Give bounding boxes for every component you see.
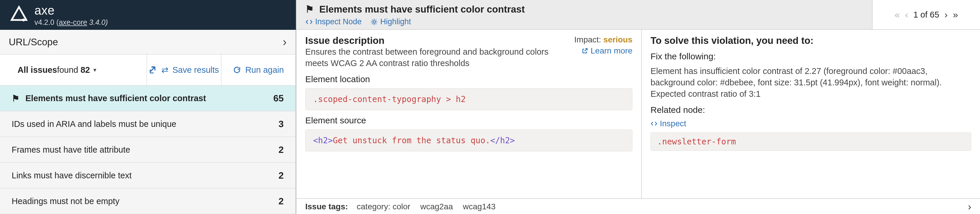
inspect-link[interactable]: Inspect (651, 119, 971, 128)
url-scope-toggle[interactable]: URL/Scope › (0, 30, 296, 55)
pagination-text: 1 of 65 (913, 10, 939, 19)
detail-title: Elements must have sufficient color cont… (319, 4, 525, 15)
svg-point-2 (373, 21, 375, 23)
issue-tag[interactable]: wcag2aa (420, 202, 453, 211)
first-page-button[interactable]: « (894, 10, 900, 20)
related-node-label: Related node: (651, 105, 971, 115)
svg-point-1 (22, 19, 25, 22)
issue-tag[interactable]: wcag143 (463, 202, 496, 211)
issue-title: IDs used in ARIA and labels must be uniq… (12, 119, 278, 129)
svg-marker-0 (12, 7, 26, 20)
element-source-heading: Element source (305, 115, 632, 125)
issue-tags-label: Issue tags: (305, 202, 348, 211)
issue-row[interactable]: IDs used in ARIA and labels must be uniq… (0, 112, 295, 137)
inspect-node-button[interactable]: Inspect Node (305, 17, 361, 26)
issue-description-heading: Issue description (305, 35, 563, 46)
detail-header: ⚑ Elements must have sufficient color co… (296, 0, 980, 30)
issue-tags-bar: Issue tags: category: colorwcag2aawcag14… (296, 198, 980, 214)
element-source-code: <h2>Get unstuck from the status quo.</h2… (305, 129, 632, 152)
prev-page-button[interactable]: ‹ (905, 10, 908, 20)
all-issues-dropdown[interactable]: All issues found 82▾ (0, 55, 146, 85)
flag-icon: ⚑ (12, 93, 19, 104)
issue-title: Elements must have sufficient color cont… (25, 94, 273, 103)
issue-title: Headings must not be empty (12, 196, 278, 206)
fix-following-label: Fix the following: (651, 51, 971, 61)
chevron-right-icon: › (283, 35, 286, 48)
caret-down-icon: ▾ (93, 66, 96, 73)
run-again-button[interactable]: Run again (221, 55, 295, 85)
highlight-button[interactable]: Highlight (370, 17, 411, 26)
axe-core-link[interactable]: axe-core (59, 18, 87, 26)
last-page-button[interactable]: » (953, 10, 958, 20)
fix-text: Element has insufficient color contrast … (651, 65, 971, 100)
issue-row[interactable]: Frames must have title attribute2 (0, 137, 295, 163)
solve-heading: To solve this violation, you need to: (651, 35, 971, 46)
brand-title: axe (35, 3, 108, 18)
element-location-heading: Element location (305, 74, 632, 84)
issue-title: Links must have discernible text (12, 171, 278, 180)
impact-label: Impact: serious (574, 35, 632, 45)
issue-count: 2 (278, 196, 284, 207)
issue-row[interactable]: Links must have discernible text2 (0, 163, 295, 188)
issue-count: 2 (278, 170, 284, 181)
chevron-right-icon[interactable]: › (968, 201, 971, 212)
issue-row[interactable]: Headings must not be empty2 (0, 188, 295, 214)
save-results-button[interactable]: ⇄ ⇄ Save results (146, 55, 221, 85)
issue-count: 65 (273, 93, 284, 104)
issue-count: 2 (278, 144, 284, 155)
learn-more-link[interactable]: Learn more (581, 46, 632, 56)
issue-description-text: Ensures the contrast between foreground … (305, 46, 563, 69)
flag-icon: ⚑ (305, 3, 314, 15)
issue-list: ⚑Elements must have sufficient color con… (0, 86, 296, 214)
element-location-code: .scoped-content-typography > h2 (305, 88, 632, 110)
brand-header: axe v4.2.0 (axe-core 3.4.0) (0, 0, 296, 30)
issue-tag[interactable]: category: color (356, 202, 410, 211)
issue-title: Frames must have title attribute (12, 145, 278, 155)
issue-row[interactable]: ⚑Elements must have sufficient color con… (0, 86, 295, 112)
next-page-button[interactable]: › (944, 10, 948, 20)
axe-logo-icon (10, 5, 28, 24)
pagination: « ‹ 1 of 65 › » (872, 0, 980, 29)
issue-count: 3 (278, 119, 284, 129)
issues-toolbar: All issues found 82▾ ⇄ ⇄ Save results Ru… (0, 55, 296, 86)
brand-version: v4.2.0 (axe-core 3.4.0) (35, 18, 108, 27)
related-node-code: .newsletter-form (651, 133, 971, 151)
